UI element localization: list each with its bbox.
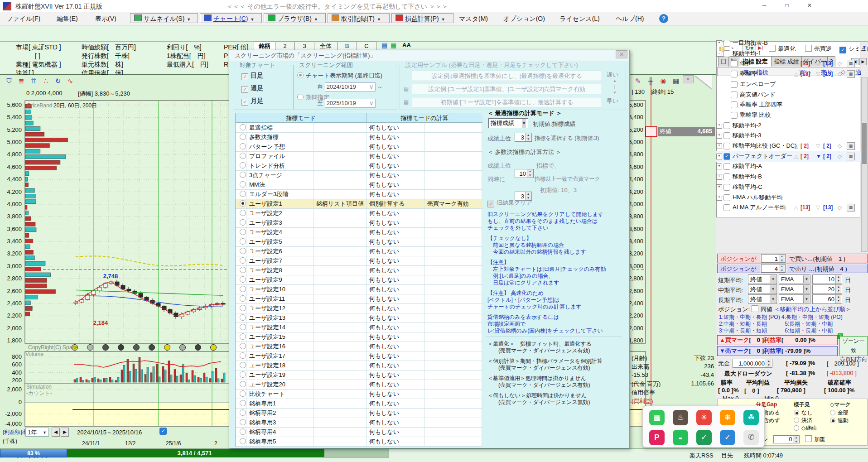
gap-option-◇マーク-連動[interactable]: 連動 xyxy=(830,417,866,423)
menu-item-9[interactable]: オプション(O) xyxy=(500,14,554,24)
info-tab-B[interactable]: B xyxy=(337,42,357,51)
row-radio-icon[interactable] xyxy=(240,181,246,188)
row-radio-selected-icon[interactable] xyxy=(240,200,246,207)
calculator-icon[interactable]: ▦ xyxy=(847,70,855,78)
row-radio-icon[interactable] xyxy=(240,333,246,340)
tree-item-6[interactable]: 乖離率 上部四季 xyxy=(716,100,860,110)
tree-checkbox[interactable] xyxy=(723,143,730,149)
menu-item-7[interactable]: 損益計算(P)▼ xyxy=(391,13,453,23)
row-radio-icon[interactable] xyxy=(240,229,246,235)
app-icon-grid[interactable]: ▦ xyxy=(649,410,665,425)
tree-item-2[interactable]: 傾き△[13]▽[13]◇▦ xyxy=(716,58,860,69)
menu-item-11[interactable]: ヘルプ(H) xyxy=(612,14,655,24)
table-row-銘柄専用2[interactable]: 銘柄専用2何もしない xyxy=(236,409,482,418)
tree-checkbox[interactable]: ✓ xyxy=(723,153,730,160)
avg-source-combo[interactable]: 終値▼ xyxy=(748,284,777,294)
tree-checkbox[interactable] xyxy=(723,50,730,57)
row-radio-icon[interactable] xyxy=(240,210,246,216)
cross-tool-icon[interactable]: ╫ xyxy=(645,76,656,87)
table-row-ユーザ設定4[interactable]: ユーザ設定4何もしない xyxy=(236,228,482,237)
row-radio-icon[interactable] xyxy=(240,314,246,321)
expand-icon[interactable]: + xyxy=(716,133,722,139)
tree-item-1[interactable]: -移動平均-1 xyxy=(716,48,860,59)
maximize-button[interactable]: □ xyxy=(778,1,796,10)
sample-button-0[interactable]: 設定例:[最適指標]を基準値にし、[最適指標]を最適化する xyxy=(412,71,602,81)
table-row-ユーザ設定5[interactable]: ユーザ設定5何もしない xyxy=(236,237,482,247)
expand-icon[interactable]: + xyxy=(716,184,722,190)
menu-item-5[interactable]: ブラウザ(B)▼ xyxy=(264,13,326,23)
row-radio-icon[interactable] xyxy=(240,343,246,349)
to-date-box[interactable]: 2025/10/19 ∨ xyxy=(325,99,376,108)
avg-source-combo[interactable]: 終値▼ xyxy=(748,294,777,304)
table-row-ユーザ設定11[interactable]: ユーザ設定11何もしない xyxy=(236,294,482,304)
panel-icon[interactable]: ▦ xyxy=(670,76,681,87)
expand-icon[interactable]: + xyxy=(716,164,722,169)
principal-spinner[interactable]: 1,000,000▲▼ xyxy=(733,359,772,368)
row-radio-icon[interactable] xyxy=(240,238,246,245)
row-radio-icon[interactable] xyxy=(240,390,246,397)
expand-icon[interactable]: + xyxy=(716,42,722,46)
tree-scrollbar[interactable] xyxy=(861,77,868,252)
tree-checkbox[interactable] xyxy=(723,132,730,139)
calculator-icon[interactable]: ▦ xyxy=(847,153,855,160)
tree-checkbox[interactable] xyxy=(723,184,730,191)
table-row-ユーザ設定19[interactable]: ユーザ設定19何もしない xyxy=(236,371,482,380)
app-icon-phone[interactable]: ✆ xyxy=(743,430,759,445)
row-radio-icon[interactable] xyxy=(240,143,246,149)
tree-checkbox[interactable] xyxy=(723,122,730,129)
tree-checkbox[interactable] xyxy=(731,112,738,119)
avg-source-combo[interactable]: 終値▼ xyxy=(748,274,777,284)
table-row-パターン予想[interactable]: パターン予想何もしない xyxy=(236,142,482,152)
info-tab-3[interactable]: 3 xyxy=(294,42,314,51)
tree-checkbox[interactable] xyxy=(731,101,738,108)
range-check-icon[interactable]: ✓ xyxy=(159,428,167,435)
app-icon-p[interactable]: P xyxy=(649,430,665,445)
table-row-ユーザ設定16[interactable]: ユーザ設定16何もしない xyxy=(236,342,482,351)
row-radio-icon[interactable] xyxy=(240,305,246,311)
tree-item-11[interactable]: +✓パーフェクトオーダー△[ 2]▼[ 2]◇▦ xyxy=(716,151,860,162)
tree-item-4[interactable]: エンベロープ xyxy=(716,79,860,90)
info-tab-C[interactable]: C xyxy=(357,42,376,51)
tree-scroll-thumb[interactable] xyxy=(862,123,867,164)
table-row-多数決指標[interactable]: 多数決指標何もしない xyxy=(236,133,482,142)
row-radio-icon[interactable] xyxy=(240,419,246,425)
table-row-ユーザ設定1[interactable]: ユーザ設定1銘柄リスト項目値個別計算する売買マーク有効 xyxy=(236,199,482,209)
row-radio-icon[interactable] xyxy=(240,438,246,444)
font-size-label[interactable]: AA xyxy=(402,42,414,50)
tree-item-0[interactable]: +一目均衡表-B xyxy=(716,42,860,48)
row-radio-icon[interactable] xyxy=(240,362,246,368)
avg-method-combo[interactable]: EMA▼ xyxy=(779,274,810,284)
row-radio-icon[interactable] xyxy=(240,172,246,178)
same-value-checkbox[interactable] xyxy=(752,305,758,312)
row-radio-icon[interactable] xyxy=(240,409,246,416)
old-result-clear-check[interactable]: ✓旧結果クリア xyxy=(487,199,551,206)
indicator-score-combo[interactable]: 指標成績▼ xyxy=(488,118,528,128)
gap-option-様子見-なし[interactable]: なし xyxy=(794,409,830,415)
avg-method-combo[interactable]: EMA▼ xyxy=(779,294,810,304)
tree-item-3[interactable]: 乖離率△[13]▽[13]◇▦ xyxy=(716,69,860,79)
minimize-button[interactable]: ─ xyxy=(756,1,773,10)
table-row-ユーザ設定7[interactable]: ユーザ設定7何もしない xyxy=(236,256,482,266)
info-tab-全体[interactable]: 全体 xyxy=(314,42,338,51)
table-row-銘柄専用1[interactable]: 銘柄専用1何もしない xyxy=(236,399,482,409)
menu-item-2[interactable]: 表示(V) xyxy=(92,14,128,24)
expand-icon[interactable]: - xyxy=(716,51,722,57)
tree-checkbox[interactable] xyxy=(731,71,738,77)
row-radio-icon[interactable] xyxy=(240,219,246,226)
table-row-ユーザ設定2[interactable]: ユーザ設定2何もしない xyxy=(236,209,482,218)
row-radio-icon[interactable] xyxy=(240,276,246,283)
tree-checkbox[interactable] xyxy=(723,163,730,170)
table-row-銘柄専用4[interactable]: 銘柄専用4何もしない xyxy=(236,428,482,437)
info-tab-銘柄[interactable]: 銘柄 xyxy=(254,42,275,51)
expand-icon[interactable]: + xyxy=(716,195,722,201)
table-row-ユーザ設定9[interactable]: ユーザ設定9何もしない xyxy=(236,275,482,285)
avg-period-spinner[interactable]: 10▲▼ xyxy=(812,274,842,284)
menu-item-3[interactable]: サムネイル(S)▼ xyxy=(130,13,198,23)
menu-item-0[interactable]: ファイル(F) xyxy=(3,14,51,24)
close-button[interactable]: ✕ xyxy=(801,1,818,10)
table-row-ユーザ設定8[interactable]: ユーザ設定8何もしない xyxy=(236,266,482,275)
table-row-ユーザ設定20[interactable]: ユーザ設定20何もしない xyxy=(236,380,482,390)
profit-spinner[interactable]: 0▲▼ xyxy=(773,435,800,443)
dialog-close-button[interactable]: ✕ xyxy=(616,50,627,58)
tree-checkbox[interactable] xyxy=(731,81,738,88)
